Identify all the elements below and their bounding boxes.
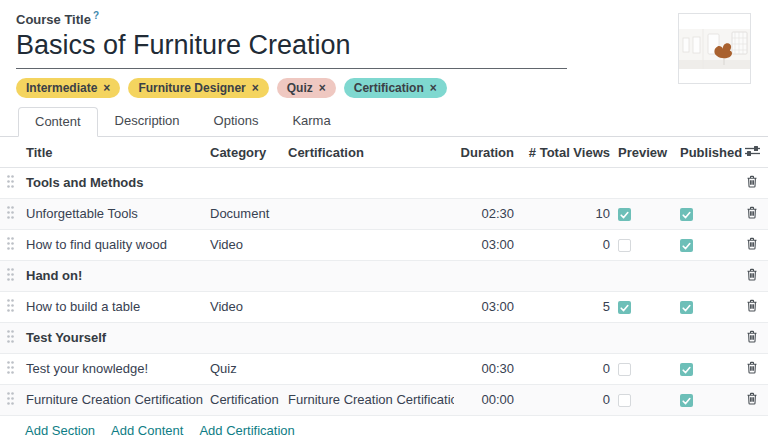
row-cell-certification[interactable]: Furniture Creation Certification <box>288 384 454 415</box>
row-cell-preview <box>612 198 674 229</box>
delete-row-icon[interactable] <box>746 268 758 281</box>
row-cell-certification[interactable] <box>288 167 454 198</box>
add-content-link[interactable]: Add Content <box>111 423 183 438</box>
drag-handle-icon[interactable] <box>7 175 14 188</box>
row-cell-certification[interactable] <box>288 291 454 322</box>
column-header-duration[interactable]: Duration <box>454 137 516 167</box>
delete-row-icon[interactable] <box>746 237 758 250</box>
published-checkbox[interactable] <box>680 394 693 407</box>
row-cell-duration[interactable]: 00:30 <box>454 353 516 384</box>
row-cell-preview <box>612 167 674 198</box>
course-cover-image[interactable] <box>678 13 751 84</box>
drag-handle-icon[interactable] <box>7 206 14 219</box>
row-cell-category[interactable] <box>206 260 288 291</box>
column-header-published[interactable]: Published <box>674 137 736 167</box>
row-cell-category[interactable]: Document <box>206 198 288 229</box>
add-certification-link[interactable]: Add Certification <box>199 423 294 438</box>
delete-row-icon[interactable] <box>746 361 758 374</box>
row-cell-views[interactable]: 5 <box>516 291 612 322</box>
row-cell-certification[interactable] <box>288 198 454 229</box>
optional-columns-icon[interactable] <box>745 145 760 157</box>
row-cell-title[interactable]: How to build a table <box>20 291 206 322</box>
add-section-link[interactable]: Add Section <box>25 423 95 438</box>
row-cell-certification[interactable] <box>288 229 454 260</box>
tab-karma[interactable]: Karma <box>275 106 347 136</box>
preview-checkbox[interactable] <box>618 208 631 221</box>
form-header: Course Title? Basics of Furniture Creati… <box>0 0 768 98</box>
row-cell-views[interactable] <box>516 260 612 291</box>
delete-row-icon[interactable] <box>746 299 758 312</box>
row-cell-duration[interactable]: 03:00 <box>454 229 516 260</box>
tag-remove-icon[interactable]: × <box>430 81 437 95</box>
tag-furniture-designer[interactable]: Furniture Designer× <box>128 78 268 98</box>
row-cell-duration[interactable]: 03:00 <box>454 291 516 322</box>
row-cell-duration[interactable]: 02:30 <box>454 198 516 229</box>
row-cell-handle <box>0 291 20 322</box>
drag-handle-icon[interactable] <box>7 268 14 281</box>
row-cell-category[interactable] <box>206 167 288 198</box>
column-header-preview[interactable]: Preview <box>612 137 674 167</box>
tag-intermediate[interactable]: Intermediate× <box>16 78 120 98</box>
row-cell-published <box>674 291 736 322</box>
row-cell-certification[interactable] <box>288 322 454 353</box>
help-question-icon[interactable]: ? <box>93 10 99 21</box>
published-checkbox[interactable] <box>680 363 693 376</box>
tab-options[interactable]: Options <box>197 106 276 136</box>
published-checkbox[interactable] <box>680 239 693 252</box>
column-header-category[interactable]: Category <box>206 137 288 167</box>
row-cell-views[interactable] <box>516 322 612 353</box>
row-cell-title[interactable]: Tools and Methods <box>20 167 206 198</box>
row-cell-views[interactable]: 0 <box>516 384 612 415</box>
delete-row-icon[interactable] <box>746 392 758 405</box>
delete-row-icon[interactable] <box>746 330 758 343</box>
column-header-title[interactable]: Title <box>20 137 206 167</box>
tag-quiz[interactable]: Quiz× <box>277 78 336 98</box>
row-cell-category[interactable]: Quiz <box>206 353 288 384</box>
row-cell-certification[interactable] <box>288 260 454 291</box>
drag-handle-icon[interactable] <box>7 361 14 374</box>
published-checkbox[interactable] <box>680 301 693 314</box>
row-cell-preview <box>612 322 674 353</box>
row-cell-title[interactable]: Hand on! <box>20 260 206 291</box>
row-cell-category[interactable] <box>206 322 288 353</box>
row-cell-category[interactable]: Certification <box>206 384 288 415</box>
row-cell-title[interactable]: Unforgettable Tools <box>20 198 206 229</box>
row-cell-views[interactable]: 0 <box>516 353 612 384</box>
tab-description[interactable]: Description <box>98 106 197 136</box>
row-cell-category[interactable]: Video <box>206 229 288 260</box>
row-cell-title[interactable]: How to find quality wood <box>20 229 206 260</box>
drag-handle-icon[interactable] <box>7 392 14 405</box>
tag-remove-icon[interactable]: × <box>252 81 259 95</box>
published-checkbox[interactable] <box>680 208 693 221</box>
preview-checkbox[interactable] <box>618 239 631 252</box>
row-cell-views[interactable]: 0 <box>516 229 612 260</box>
row-cell-duration[interactable] <box>454 260 516 291</box>
row-cell-title[interactable]: Furniture Creation Certification <box>20 384 206 415</box>
tag-remove-icon[interactable]: × <box>319 81 326 95</box>
tag-remove-icon[interactable]: × <box>103 81 110 95</box>
column-header-certification[interactable]: Certification <box>288 137 454 167</box>
row-cell-preview <box>612 291 674 322</box>
tab-content[interactable]: Content <box>18 107 98 137</box>
drag-handle-icon[interactable] <box>7 237 14 250</box>
preview-checkbox[interactable] <box>618 394 631 407</box>
notebook-tabs: ContentDescriptionOptionsKarma <box>0 107 768 137</box>
preview-checkbox[interactable] <box>618 363 631 376</box>
row-cell-duration[interactable]: 00:00 <box>454 384 516 415</box>
row-cell-title[interactable]: Test your knowledge! <box>20 353 206 384</box>
row-cell-views[interactable]: 10 <box>516 198 612 229</box>
delete-row-icon[interactable] <box>746 175 758 188</box>
drag-handle-icon[interactable] <box>7 299 14 312</box>
delete-row-icon[interactable] <box>746 206 758 219</box>
row-cell-duration[interactable] <box>454 167 516 198</box>
course-title-input[interactable]: Basics of Furniture Creation <box>16 29 567 69</box>
column-header-total-views[interactable]: # Total Views <box>516 137 612 167</box>
row-cell-category[interactable]: Video <box>206 291 288 322</box>
preview-checkbox[interactable] <box>618 301 631 314</box>
row-cell-views[interactable] <box>516 167 612 198</box>
row-cell-certification[interactable] <box>288 353 454 384</box>
row-cell-title[interactable]: Test Yourself <box>20 322 206 353</box>
tag-certification[interactable]: Certification× <box>344 78 447 98</box>
drag-handle-icon[interactable] <box>7 330 14 343</box>
row-cell-duration[interactable] <box>454 322 516 353</box>
